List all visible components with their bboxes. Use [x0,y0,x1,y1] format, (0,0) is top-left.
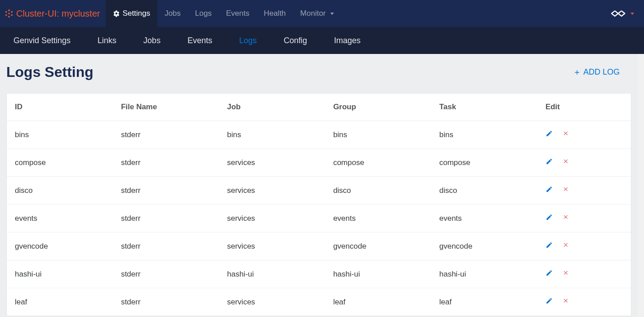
tab-monitor-label: Monitor [300,9,326,18]
subtab-jobs[interactable]: Jobs [130,27,174,54]
delete-button[interactable] [563,130,570,139]
x-icon [563,158,570,165]
top-navbar: Cluster-UI: mycluster Settings Jobs Logs… [0,0,644,27]
edit-button[interactable] [546,158,553,167]
brand-label: Cluster-UI: mycluster [16,9,100,19]
tab-logs-label: Logs [195,9,212,18]
subtab-label: Images [334,36,360,45]
cell-file: stderr [113,121,219,149]
subtab-config[interactable]: Config [270,27,320,54]
svg-point-0 [8,13,10,14]
page-title: Logs Setting [6,64,93,80]
cell-group: events [325,205,431,232]
tab-events[interactable]: Events [219,0,257,27]
subtab-links[interactable]: Links [84,27,130,54]
cell-id: events [7,205,113,232]
cell-file: stderr [113,232,219,260]
cell-task: bins [431,121,537,149]
delete-button[interactable] [563,186,570,195]
page-wrap: Logs Setting ADD LOG ID File Name Job Gr… [0,54,644,316]
table-row: events stderr services events events [7,205,631,232]
subtab-events[interactable]: Events [174,27,226,54]
subtab-label: Links [98,36,116,45]
cell-actions [537,288,631,316]
tab-jobs[interactable]: Jobs [157,0,188,27]
col-group: Group [325,94,431,121]
cell-group: compose [325,149,431,177]
svg-point-1 [8,9,10,11]
table-row: disco stderr services disco disco [7,177,631,205]
cluster-logo-icon [4,9,13,18]
tab-health[interactable]: Health [257,0,293,27]
pencil-square-icon [546,297,553,304]
nav-spacer [341,0,604,27]
tab-settings-label: Settings [123,9,150,18]
cell-task: compose [431,149,537,177]
edit-button[interactable] [546,241,553,251]
table-header-row: ID File Name Job Group Task Edit [7,94,631,121]
table-row: gvencode stderr services gvencode gvenco… [7,232,631,260]
tab-monitor[interactable]: Monitor [293,0,341,27]
sub-navbar: Genvid Settings Links Jobs Events Logs C… [0,27,644,54]
delete-button[interactable] [563,297,570,307]
x-icon [563,297,570,304]
subtab-label: Jobs [143,36,160,45]
cell-group: leaf [325,288,431,316]
tab-jobs-label: Jobs [164,9,181,18]
top-nav-items: Settings Jobs Logs Events Health Monitor [106,0,341,27]
x-icon [563,186,570,193]
subtab-logs[interactable]: Logs [226,27,270,54]
delete-button[interactable] [563,214,570,223]
edit-button[interactable] [546,214,553,223]
cell-actions [537,232,631,260]
table-row: bins stderr bins bins bins [7,121,631,149]
svg-point-5 [5,14,7,16]
pencil-square-icon [546,130,553,137]
tab-logs[interactable]: Logs [188,0,219,27]
plus-icon [573,69,581,76]
cell-id: disco [7,177,113,205]
cell-file: stderr [113,177,219,205]
edit-button[interactable] [546,186,553,195]
delete-button[interactable] [563,269,570,279]
svg-point-4 [11,11,13,13]
cell-group: bins [325,121,431,149]
cell-actions [537,260,631,288]
brand[interactable]: Cluster-UI: mycluster [0,0,106,27]
x-icon [563,214,570,221]
pencil-square-icon [546,158,553,165]
cell-actions [537,121,631,149]
col-id: ID [7,94,113,121]
brand-right[interactable] [604,0,644,27]
edit-button[interactable] [546,269,553,279]
cell-actions [537,205,631,232]
cell-task: gvencode [431,232,537,260]
delete-button[interactable] [563,158,570,167]
logs-table: ID File Name Job Group Task Edit bins st… [7,94,631,316]
cell-job: services [219,205,325,232]
tab-settings[interactable]: Settings [106,0,157,27]
cell-task: leaf [431,288,537,316]
cell-group: hashi-ui [325,260,431,288]
subtab-genvid-settings[interactable]: Genvid Settings [0,27,84,54]
subtab-label: Logs [239,36,257,45]
add-log-label: ADD LOG [583,67,620,77]
add-log-button[interactable]: ADD LOG [573,67,638,77]
col-file: File Name [113,94,219,121]
cell-task: disco [431,177,537,205]
edit-button[interactable] [546,130,553,139]
subtab-label: Config [284,36,307,45]
edit-button[interactable] [546,297,553,307]
cell-actions [537,149,631,177]
cell-id: gvencode [7,232,113,260]
svg-point-6 [11,14,13,16]
scrollbar[interactable] [638,54,644,316]
subtab-label: Genvid Settings [13,36,71,45]
x-icon [563,241,570,249]
caret-down-icon [330,13,334,15]
cell-id: bins [7,121,113,149]
cell-file: stderr [113,260,219,288]
pencil-square-icon [546,241,553,249]
subtab-images[interactable]: Images [320,27,374,54]
delete-button[interactable] [563,241,570,251]
